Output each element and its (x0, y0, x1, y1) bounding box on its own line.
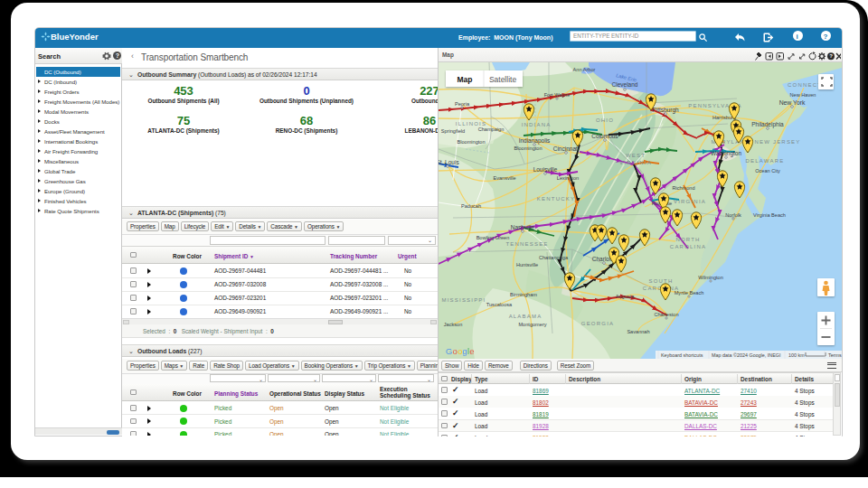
svg-text:Peoria: Peoria (455, 101, 470, 107)
svg-text:Augusta: Augusta (616, 294, 635, 299)
svg-text:Google: Google (446, 346, 475, 356)
svg-text:Paducah: Paducah (461, 203, 481, 209)
svg-text:Cincinnati: Cincinnati (553, 145, 580, 152)
svg-text:100 km: 100 km (788, 352, 805, 358)
svg-text:St. Louis: St. Louis (439, 159, 459, 165)
svg-text:DELAWARE: DELAWARE (746, 158, 785, 164)
svg-text:Bowling Green: Bowling Green (476, 235, 510, 240)
svg-text:Keyboard shortcuts: Keyboard shortcuts (661, 352, 703, 358)
svg-text:Norfolk: Norfolk (725, 212, 741, 218)
svg-text:Fort Wayne: Fort Wayne (544, 92, 571, 98)
svg-text:?: ? (829, 53, 833, 59)
svg-text:Richmond: Richmond (672, 185, 694, 191)
svg-text:Huntsville: Huntsville (516, 262, 538, 267)
svg-text:VIRGINIA: VIRGINIA (674, 199, 706, 204)
svg-text:Champaign: Champaign (478, 127, 505, 132)
svg-text:Lexington: Lexington (557, 175, 579, 181)
svg-text:New Haven: New Haven (790, 92, 816, 98)
svg-text:Bloomington: Bloomington (514, 145, 542, 151)
svg-text:Jackson: Jackson (444, 322, 463, 327)
svg-text:Louisville: Louisville (533, 166, 558, 173)
svg-text:New York: New York (779, 99, 806, 106)
svg-text:NEW JERSEY: NEW JERSEY (754, 139, 800, 145)
svg-text:OHIO: OHIO (596, 117, 614, 123)
svg-text:Chattanooga: Chattanooga (539, 255, 569, 260)
svg-text:KENTUCKY: KENTUCKY (537, 196, 575, 202)
svg-text:Birmingham: Birmingham (510, 292, 537, 297)
svg-text:Ann Arbor: Ann Arbor (573, 67, 596, 72)
svg-text:Terms: Terms (828, 352, 842, 358)
svg-text:Map: Map (458, 75, 473, 84)
svg-text:Charleston: Charleston (654, 312, 678, 317)
svg-text:WEST: WEST (626, 153, 646, 158)
svg-text:Columbus: Columbus (591, 133, 618, 139)
svg-text:INDIANA: INDIANA (522, 122, 552, 127)
svg-text:Savannah: Savannah (627, 329, 649, 334)
svg-text:Springfield: Springfield (441, 128, 465, 134)
svg-text:Tuscaloosa: Tuscaloosa (486, 302, 513, 307)
svg-text:MISSISSIPPI: MISSISSIPPI (442, 297, 486, 303)
svg-text:Bloomington: Bloomington (457, 139, 485, 145)
svg-text:ALABAMA: ALABAMA (509, 314, 542, 319)
svg-text:NORTH: NORTH (675, 237, 700, 242)
svg-text:CAROLINA: CAROLINA (670, 244, 706, 249)
svg-text:Evansville: Evansville (493, 175, 515, 181)
svg-text:TENNESSEE: TENNESSEE (505, 241, 548, 247)
svg-text:VIRGINIA: VIRGINIA (619, 160, 652, 165)
svg-text:Satellite: Satellite (489, 75, 517, 84)
svg-text:Virginia Beach: Virginia Beach (753, 212, 786, 218)
svg-text:Myrtle Beach: Myrtle Beach (675, 290, 704, 296)
svg-text:Cleveland: Cleveland (612, 81, 638, 88)
svg-text:SOUTH: SOUTH (649, 278, 674, 284)
svg-text:Montgomery: Montgomery (518, 322, 546, 327)
svg-text:GEORGIA: GEORGIA (581, 321, 614, 326)
svg-text:Map data ©2024 Google, INEGI: Map data ©2024 Google, INEGI (712, 352, 781, 358)
svg-text:Ocean City: Ocean City (755, 168, 780, 174)
svg-text:Wilmington: Wilmington (698, 275, 723, 280)
svg-text:Nashville: Nashville (511, 224, 535, 230)
